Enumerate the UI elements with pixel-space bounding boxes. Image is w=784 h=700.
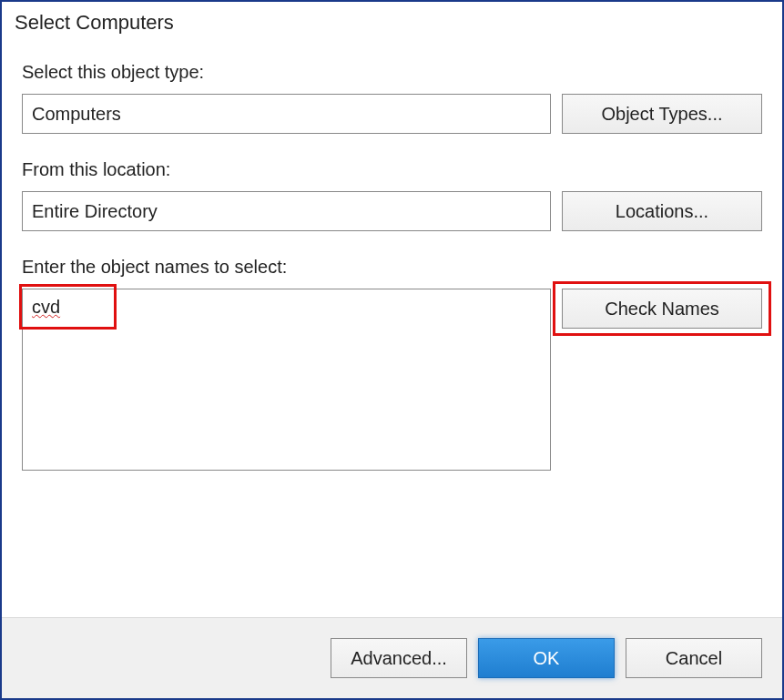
object-names-label: Enter the object names to select:: [22, 257, 762, 278]
cancel-button[interactable]: Cancel: [626, 638, 762, 678]
object-type-input[interactable]: [22, 94, 551, 134]
dialog-content: Select this object type: Object Types...…: [2, 35, 782, 617]
location-input[interactable]: [22, 191, 551, 231]
object-type-label: Select this object type:: [22, 62, 762, 83]
dialog-title: Select Computers: [2, 2, 782, 35]
check-names-button[interactable]: Check Names: [562, 289, 762, 329]
dialog-footer: Advanced... OK Cancel: [2, 617, 782, 698]
location-group: From this location: Locations...: [22, 159, 762, 231]
select-computers-dialog: Select Computers Select this object type…: [0, 0, 784, 700]
ok-button[interactable]: OK: [478, 638, 615, 678]
locations-button[interactable]: Locations...: [562, 191, 762, 231]
location-label: From this location:: [22, 159, 762, 180]
object-type-group: Select this object type: Object Types...: [22, 62, 762, 134]
object-names-input[interactable]: [22, 289, 551, 471]
advanced-button[interactable]: Advanced...: [331, 638, 467, 678]
object-names-group: Enter the object names to select: cvd Ch…: [22, 257, 762, 475]
object-types-button[interactable]: Object Types...: [562, 94, 762, 134]
